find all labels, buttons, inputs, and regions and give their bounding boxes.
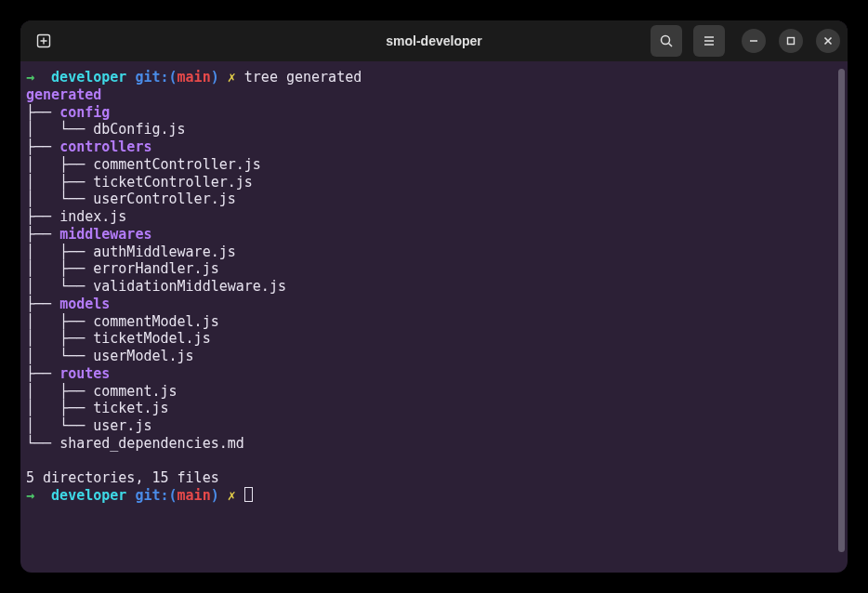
prompt-arrow: → [26, 487, 34, 504]
prompt-git-label: git: [135, 69, 168, 86]
tree-line: ├── controllers [26, 138, 842, 156]
minimize-button[interactable] [742, 29, 766, 53]
tree-line: ├── middlewares [26, 226, 842, 244]
maximize-button[interactable] [779, 29, 803, 53]
prompt-paren-close: ) [211, 69, 219, 86]
window-controls [742, 29, 840, 53]
prompt-line-2: → developer git:(main) ✗ [26, 487, 842, 505]
terminal-cursor [244, 487, 253, 502]
tree-line: │ └── validationMiddleware.js [26, 278, 842, 296]
prompt-cwd: developer [51, 69, 126, 86]
tree-line: │ ├── comment.js [26, 383, 842, 401]
tree-line: │ ├── commentController.js [26, 156, 842, 174]
prompt-paren-close: ) [211, 487, 219, 504]
tree-line: ├── routes [26, 365, 842, 383]
prompt-arrow: → [26, 69, 34, 86]
tree-line: └── shared_dependencies.md [26, 435, 842, 453]
prompt-paren-open: ( [169, 69, 178, 86]
prompt-git-label: git: [135, 487, 168, 504]
window-title: smol-developer [386, 33, 481, 48]
blank-line [26, 453, 842, 470]
tree-line: │ ├── authMiddleware.js [26, 244, 842, 261]
titlebar-right [651, 25, 840, 57]
scrollbar[interactable] [838, 69, 845, 552]
tree-line: │ └── dbConfig.js [26, 121, 842, 138]
close-button[interactable] [816, 29, 840, 53]
tree-line: │ └── userController.js [26, 191, 842, 208]
svg-rect-9 [788, 38, 795, 45]
tree-line: │ ├── errorHandler.js [26, 260, 842, 278]
titlebar-left [28, 25, 59, 57]
prompt-branch: main [178, 487, 211, 504]
tree-line: ├── models [26, 296, 842, 313]
prompt-dirty-glyph: ✗ [228, 487, 236, 504]
tree-line: ├── config [26, 104, 842, 122]
tree-line: ├── index.js [26, 208, 842, 226]
terminal-window: smol-developer → develope [20, 20, 848, 573]
tree-root: generated [26, 86, 842, 104]
tree-line: │ ├── ticketModel.js [26, 330, 842, 348]
terminal-body[interactable]: → developer git:(main) ✗ tree generated … [20, 61, 848, 573]
tree-summary: 5 directories, 15 files [26, 469, 842, 487]
tree-line: │ └── userModel.js [26, 348, 842, 365]
prompt-branch: main [178, 69, 211, 86]
svg-line-4 [669, 44, 673, 47]
svg-point-3 [662, 36, 670, 45]
tree-line: │ ├── ticketController.js [26, 174, 842, 191]
tree-line: │ ├── commentModel.js [26, 313, 842, 331]
search-button[interactable] [651, 25, 682, 57]
menu-button[interactable] [693, 25, 725, 57]
tree-line: │ ├── ticket.js [26, 400, 842, 417]
prompt-command: tree generated [244, 69, 362, 86]
prompt-cwd: developer [51, 487, 126, 504]
new-tab-button[interactable] [28, 25, 59, 57]
prompt-dirty-glyph: ✗ [228, 69, 236, 86]
prompt-paren-open: ( [169, 487, 178, 504]
titlebar: smol-developer [20, 20, 848, 61]
tree-line: │ └── user.js [26, 417, 842, 435]
prompt-line-1: → developer git:(main) ✗ tree generated [26, 69, 842, 86]
